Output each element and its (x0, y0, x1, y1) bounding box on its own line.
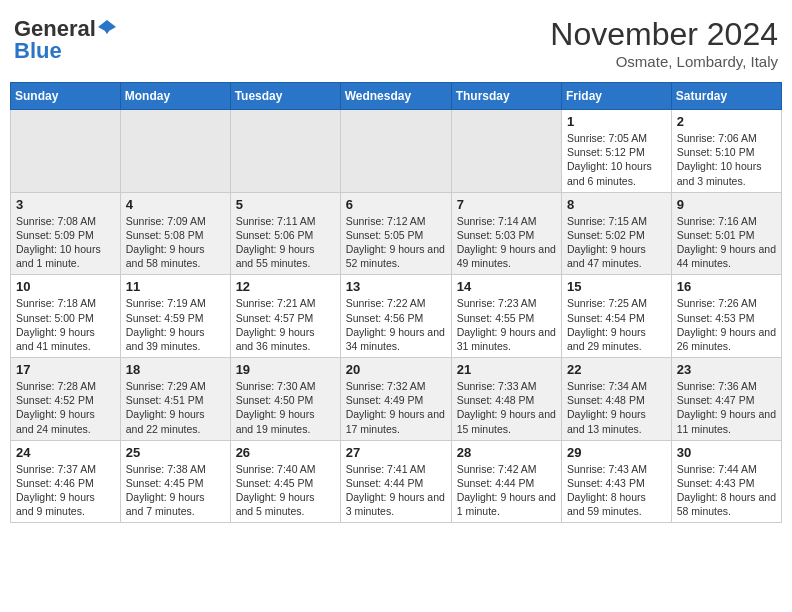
day-number: 15 (567, 279, 666, 294)
day-number: 18 (126, 362, 225, 377)
header-wednesday: Wednesday (340, 83, 451, 110)
day-info: Sunrise: 7:43 AM Sunset: 4:43 PM Dayligh… (567, 462, 666, 519)
logo-line2: Blue (14, 38, 62, 64)
calendar-table: SundayMondayTuesdayWednesdayThursdayFrid… (10, 82, 782, 523)
day-info: Sunrise: 7:37 AM Sunset: 4:46 PM Dayligh… (16, 462, 115, 519)
day-info: Sunrise: 7:06 AM Sunset: 5:10 PM Dayligh… (677, 131, 776, 188)
day-info: Sunrise: 7:25 AM Sunset: 4:54 PM Dayligh… (567, 296, 666, 353)
calendar-cell: 18Sunrise: 7:29 AM Sunset: 4:51 PM Dayli… (120, 358, 230, 441)
month-title: November 2024 (550, 16, 778, 53)
day-info: Sunrise: 7:26 AM Sunset: 4:53 PM Dayligh… (677, 296, 776, 353)
day-number: 27 (346, 445, 446, 460)
calendar-cell: 7Sunrise: 7:14 AM Sunset: 5:03 PM Daylig… (451, 192, 561, 275)
calendar-cell (340, 110, 451, 193)
calendar-week-row: 17Sunrise: 7:28 AM Sunset: 4:52 PM Dayli… (11, 358, 782, 441)
calendar-cell: 11Sunrise: 7:19 AM Sunset: 4:59 PM Dayli… (120, 275, 230, 358)
logo: General Blue (14, 16, 116, 64)
calendar-cell: 13Sunrise: 7:22 AM Sunset: 4:56 PM Dayli… (340, 275, 451, 358)
header-monday: Monday (120, 83, 230, 110)
day-info: Sunrise: 7:11 AM Sunset: 5:06 PM Dayligh… (236, 214, 335, 271)
day-info: Sunrise: 7:36 AM Sunset: 4:47 PM Dayligh… (677, 379, 776, 436)
calendar-cell: 19Sunrise: 7:30 AM Sunset: 4:50 PM Dayli… (230, 358, 340, 441)
calendar-cell (230, 110, 340, 193)
day-number: 8 (567, 197, 666, 212)
day-number: 22 (567, 362, 666, 377)
header-thursday: Thursday (451, 83, 561, 110)
day-info: Sunrise: 7:44 AM Sunset: 4:43 PM Dayligh… (677, 462, 776, 519)
day-info: Sunrise: 7:28 AM Sunset: 4:52 PM Dayligh… (16, 379, 115, 436)
day-number: 14 (457, 279, 556, 294)
calendar-cell: 15Sunrise: 7:25 AM Sunset: 4:54 PM Dayli… (562, 275, 672, 358)
day-info: Sunrise: 7:05 AM Sunset: 5:12 PM Dayligh… (567, 131, 666, 188)
calendar-header-row: SundayMondayTuesdayWednesdayThursdayFrid… (11, 83, 782, 110)
day-number: 20 (346, 362, 446, 377)
day-number: 1 (567, 114, 666, 129)
calendar-week-row: 3Sunrise: 7:08 AM Sunset: 5:09 PM Daylig… (11, 192, 782, 275)
header-sunday: Sunday (11, 83, 121, 110)
calendar-cell: 25Sunrise: 7:38 AM Sunset: 4:45 PM Dayli… (120, 440, 230, 523)
day-info: Sunrise: 7:38 AM Sunset: 4:45 PM Dayligh… (126, 462, 225, 519)
calendar-cell: 14Sunrise: 7:23 AM Sunset: 4:55 PM Dayli… (451, 275, 561, 358)
day-number: 12 (236, 279, 335, 294)
calendar-cell: 23Sunrise: 7:36 AM Sunset: 4:47 PM Dayli… (671, 358, 781, 441)
day-info: Sunrise: 7:14 AM Sunset: 5:03 PM Dayligh… (457, 214, 556, 271)
day-info: Sunrise: 7:23 AM Sunset: 4:55 PM Dayligh… (457, 296, 556, 353)
calendar-cell: 17Sunrise: 7:28 AM Sunset: 4:52 PM Dayli… (11, 358, 121, 441)
calendar-cell: 6Sunrise: 7:12 AM Sunset: 5:05 PM Daylig… (340, 192, 451, 275)
calendar-cell: 24Sunrise: 7:37 AM Sunset: 4:46 PM Dayli… (11, 440, 121, 523)
day-number: 7 (457, 197, 556, 212)
calendar-week-row: 10Sunrise: 7:18 AM Sunset: 5:00 PM Dayli… (11, 275, 782, 358)
day-number: 9 (677, 197, 776, 212)
day-number: 25 (126, 445, 225, 460)
day-number: 5 (236, 197, 335, 212)
day-number: 30 (677, 445, 776, 460)
day-info: Sunrise: 7:15 AM Sunset: 5:02 PM Dayligh… (567, 214, 666, 271)
calendar-cell: 1Sunrise: 7:05 AM Sunset: 5:12 PM Daylig… (562, 110, 672, 193)
day-info: Sunrise: 7:40 AM Sunset: 4:45 PM Dayligh… (236, 462, 335, 519)
day-number: 26 (236, 445, 335, 460)
day-number: 17 (16, 362, 115, 377)
day-number: 13 (346, 279, 446, 294)
day-number: 29 (567, 445, 666, 460)
day-number: 10 (16, 279, 115, 294)
day-number: 3 (16, 197, 115, 212)
page-header: General Blue November 2024 Osmate, Lomba… (10, 10, 782, 76)
day-info: Sunrise: 7:18 AM Sunset: 5:00 PM Dayligh… (16, 296, 115, 353)
calendar-cell: 30Sunrise: 7:44 AM Sunset: 4:43 PM Dayli… (671, 440, 781, 523)
svg-marker-0 (98, 20, 116, 34)
calendar-cell: 20Sunrise: 7:32 AM Sunset: 4:49 PM Dayli… (340, 358, 451, 441)
day-number: 19 (236, 362, 335, 377)
calendar-cell: 10Sunrise: 7:18 AM Sunset: 5:00 PM Dayli… (11, 275, 121, 358)
day-number: 23 (677, 362, 776, 377)
calendar-week-row: 1Sunrise: 7:05 AM Sunset: 5:12 PM Daylig… (11, 110, 782, 193)
day-number: 2 (677, 114, 776, 129)
calendar-cell: 12Sunrise: 7:21 AM Sunset: 4:57 PM Dayli… (230, 275, 340, 358)
calendar-cell: 4Sunrise: 7:09 AM Sunset: 5:08 PM Daylig… (120, 192, 230, 275)
day-info: Sunrise: 7:19 AM Sunset: 4:59 PM Dayligh… (126, 296, 225, 353)
day-info: Sunrise: 7:09 AM Sunset: 5:08 PM Dayligh… (126, 214, 225, 271)
day-number: 24 (16, 445, 115, 460)
calendar-cell: 22Sunrise: 7:34 AM Sunset: 4:48 PM Dayli… (562, 358, 672, 441)
calendar-cell: 27Sunrise: 7:41 AM Sunset: 4:44 PM Dayli… (340, 440, 451, 523)
header-tuesday: Tuesday (230, 83, 340, 110)
day-info: Sunrise: 7:32 AM Sunset: 4:49 PM Dayligh… (346, 379, 446, 436)
day-info: Sunrise: 7:41 AM Sunset: 4:44 PM Dayligh… (346, 462, 446, 519)
logo-bird-icon (98, 18, 116, 36)
calendar-cell: 29Sunrise: 7:43 AM Sunset: 4:43 PM Dayli… (562, 440, 672, 523)
day-number: 11 (126, 279, 225, 294)
day-info: Sunrise: 7:08 AM Sunset: 5:09 PM Dayligh… (16, 214, 115, 271)
calendar-cell: 16Sunrise: 7:26 AM Sunset: 4:53 PM Dayli… (671, 275, 781, 358)
calendar-cell: 26Sunrise: 7:40 AM Sunset: 4:45 PM Dayli… (230, 440, 340, 523)
day-number: 21 (457, 362, 556, 377)
calendar-cell: 5Sunrise: 7:11 AM Sunset: 5:06 PM Daylig… (230, 192, 340, 275)
day-number: 16 (677, 279, 776, 294)
day-info: Sunrise: 7:34 AM Sunset: 4:48 PM Dayligh… (567, 379, 666, 436)
day-number: 28 (457, 445, 556, 460)
day-info: Sunrise: 7:21 AM Sunset: 4:57 PM Dayligh… (236, 296, 335, 353)
calendar-cell: 2Sunrise: 7:06 AM Sunset: 5:10 PM Daylig… (671, 110, 781, 193)
location-title: Osmate, Lombardy, Italy (550, 53, 778, 70)
day-number: 4 (126, 197, 225, 212)
day-info: Sunrise: 7:12 AM Sunset: 5:05 PM Dayligh… (346, 214, 446, 271)
day-info: Sunrise: 7:33 AM Sunset: 4:48 PM Dayligh… (457, 379, 556, 436)
calendar-week-row: 24Sunrise: 7:37 AM Sunset: 4:46 PM Dayli… (11, 440, 782, 523)
